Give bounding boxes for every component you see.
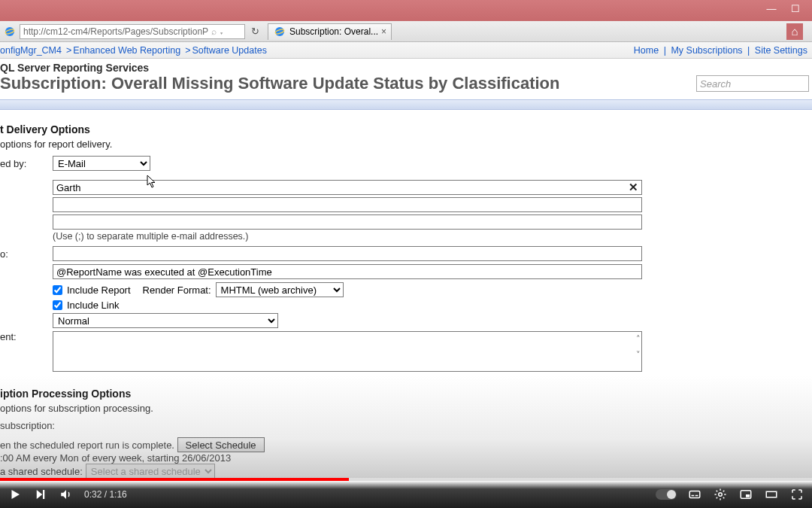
browser-toolbar: http://cm12-cm4/Reports/Pages/Subscripti…	[0, 21, 812, 42]
service-name: QL Server Reporting Services	[0, 62, 812, 74]
include-link-label: Include Link	[67, 300, 119, 311]
svg-rect-7	[695, 495, 698, 497]
link-home[interactable]: Home	[634, 45, 659, 56]
link-my-subscriptions[interactable]: My Subscriptions	[671, 45, 742, 56]
include-link-checkbox[interactable]	[53, 300, 62, 310]
render-format-select[interactable]: MHTML (web archive)	[216, 282, 344, 297]
autoplay-toggle[interactable]	[656, 489, 677, 500]
tab-favicon	[273, 25, 286, 38]
video-controls: 0:32 / 1:16	[0, 481, 812, 508]
email-hint: (Use (;) to separate multiple e-mail add…	[53, 231, 812, 242]
replyto-label: o:	[0, 248, 53, 260]
breadcrumb: onfigMgr_CM4 > Enhanced Web Reporting > …	[0, 42, 812, 59]
play-button[interactable]	[8, 487, 23, 502]
crumb-2[interactable]: Enhanced Web Reporting	[73, 45, 180, 56]
page-title: Subscription: Overall Missing Software U…	[0, 74, 696, 93]
svg-rect-5	[689, 491, 700, 498]
textarea-scroll-icon[interactable]: ˄˅	[636, 334, 641, 360]
comment-textarea[interactable]	[53, 331, 642, 372]
select-schedule-button[interactable]: Select Schedule	[177, 437, 265, 452]
search-input[interactable]: Search	[696, 75, 809, 92]
schedule-line: en the scheduled report run is complete.…	[0, 437, 812, 452]
when-complete-label: en the scheduled report run is complete.	[0, 440, 174, 451]
next-button[interactable]	[33, 487, 48, 502]
delivered-by-select[interactable]: E-Mail	[53, 156, 150, 171]
replyto-field[interactable]	[53, 246, 642, 261]
to-field[interactable]: Garth ✕	[53, 180, 642, 195]
crumb-3[interactable]: Software Updates	[192, 45, 267, 56]
processing-section-title: iption Processing Options	[0, 388, 812, 400]
browser-home-icon[interactable]: ⌂	[786, 23, 803, 40]
link-site-settings[interactable]: Site Settings	[755, 45, 807, 56]
address-bar[interactable]: http://cm12-cm4/Reports/Pages/Subscripti…	[20, 24, 245, 39]
svg-point-8	[719, 493, 723, 497]
page-header: QL Server Reporting Services Subscriptio…	[0, 59, 812, 98]
cc-field[interactable]	[53, 197, 642, 212]
render-format-label: Render Format:	[143, 284, 211, 296]
window-maximize-button[interactable]: ☐	[785, 3, 806, 17]
svg-rect-6	[692, 495, 695, 497]
clear-to-button[interactable]: ✕	[629, 181, 638, 194]
video-current-time: 0:32	[84, 489, 102, 500]
include-report-checkbox[interactable]	[53, 285, 62, 295]
subject-value: @ReportName was executed at @ExecutionTi…	[56, 266, 272, 278]
priority-select[interactable]: Normal	[53, 313, 278, 328]
bcc-field[interactable]	[53, 214, 642, 230]
delivered-by-label: ed by:	[0, 158, 53, 169]
shared-schedule-label: a shared schedule:	[0, 466, 83, 477]
video-duration: 1:16	[109, 489, 126, 500]
shared-schedule-select[interactable]: Select a shared schedule	[86, 464, 215, 479]
window-titlebar: — ☐	[0, 0, 812, 21]
ie-icon	[3, 25, 17, 38]
schedule-summary: :00 AM every Mon of every week, starting…	[0, 452, 812, 464]
tab-label: Subscription: Overal...	[289, 26, 378, 37]
video-time: 0:32 / 1:16	[84, 489, 127, 500]
header-links: Home | My Subscriptions | Site Settings	[634, 45, 807, 56]
run-subscription-label: subscription:	[0, 420, 812, 431]
volume-button[interactable]	[59, 487, 74, 502]
captions-button[interactable]	[687, 487, 702, 502]
browser-tab[interactable]: Subscription: Overal... ×	[268, 23, 392, 40]
include-report-label: Include Report	[67, 284, 131, 296]
processing-desc: options for subscription processing.	[0, 403, 812, 414]
svg-rect-11	[766, 491, 777, 497]
address-tail: ⌕ ▾	[211, 26, 224, 37]
delivery-section-title: t Delivery Options	[0, 123, 812, 135]
to-value: Garth	[56, 182, 81, 193]
settings-button[interactable]	[713, 487, 728, 502]
crumb-1[interactable]: onfigMgr_CM4	[0, 45, 62, 56]
window-minimize-button[interactable]: —	[761, 3, 782, 17]
tab-close-button[interactable]: ×	[381, 26, 386, 37]
comment-label: ent:	[0, 331, 53, 342]
header-band	[0, 99, 812, 110]
delivery-desc: options for report delivery.	[0, 138, 812, 150]
theater-button[interactable]	[764, 487, 779, 502]
svg-rect-4	[43, 490, 44, 499]
svg-rect-10	[746, 494, 750, 497]
miniplayer-button[interactable]	[738, 487, 753, 502]
fullscreen-button[interactable]	[789, 487, 804, 502]
subject-field[interactable]: @ReportName was executed at @ExecutionTi…	[53, 264, 642, 279]
address-url: http://cm12-cm4/Reports/Pages/Subscripti…	[23, 26, 208, 37]
form-body: t Delivery Options options for report de…	[0, 110, 812, 479]
refresh-button[interactable]: ↻	[248, 26, 262, 37]
